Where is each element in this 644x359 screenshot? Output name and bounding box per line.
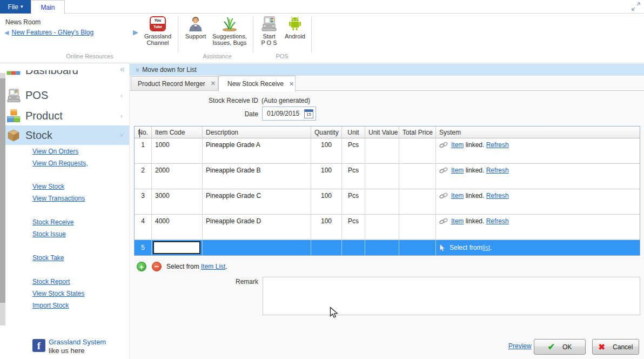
file-menu-button[interactable]: File ▾ [0,0,31,14]
date-input[interactable]: 01/09/2015 15 [262,107,316,121]
sidebar-item-product[interactable]: Product ‹ [6,106,128,126]
support-label: Support [182,33,210,39]
total-price [399,138,436,164]
grass-icon [220,16,239,31]
chevron-left-icon: ‹ [120,91,123,99]
suggestions-label: Suggestions, Issues, Bugs [210,33,250,46]
remove-row-button[interactable]: − [152,262,162,271]
support-button[interactable]: Support [182,16,210,39]
facebook-page-link[interactable]: Grassland System [49,338,106,346]
move-down-for-list-bar[interactable]: « Move down for List [130,64,644,76]
system-text: linked. [464,217,486,225]
news-blog-link[interactable]: New Features - GNey's Blog [11,29,93,36]
facebook-icon[interactable]: f [32,339,45,352]
ok-button[interactable]: ✔ OK [534,339,586,355]
cancel-label: Cancel [613,343,633,351]
resize-window-icon[interactable] [631,2,641,11]
tab-main[interactable]: Main [31,0,65,14]
item-link[interactable]: Item [451,192,464,200]
item-link[interactable]: Item [451,217,464,225]
tab-new-stock-receive[interactable]: New Stock Receive ✕ [218,76,296,91]
new-item-row[interactable]: 5 Select from list. [135,240,640,255]
grassland-channel-button[interactable]: You Tube Grassland Channel [142,16,174,46]
news-next-icon[interactable]: ▶ [133,28,138,36]
stock-receive-id-label: Stock Receive ID [130,97,258,104]
new-item-code-input[interactable] [153,241,200,254]
select-list-link[interactable]: list [482,244,491,251]
sidebar-link-view-transactions[interactable]: View Transactions [32,195,85,202]
text-caret [139,129,140,137]
cancel-button[interactable]: ✖ Cancel [592,339,639,355]
calendar-icon[interactable]: 15 [304,109,313,118]
table-row[interactable]: 22000Pineapple Grade B100PcsItem linked.… [135,164,640,189]
dashboard-icon [6,70,21,78]
group-label-pos: POS [253,53,311,59]
column-header-description: Description [203,127,311,138]
row-no: 3 [135,189,152,215]
system-cell: Select from list. [436,240,640,255]
refresh-link[interactable]: Refresh [486,192,509,200]
item-list-link[interactable]: Item List [201,263,225,270]
cross-icon: ✖ [599,342,606,352]
start-pos-button[interactable]: Start P O S [257,16,281,46]
sidebar-link-view-stock[interactable]: View Stock [32,183,64,190]
unit: Pcs [342,189,365,215]
sidebar-item-label: Dashboard [25,70,78,77]
sidebar-link-stock-take[interactable]: Stock Take [32,254,64,262]
item-link[interactable]: Item [451,167,464,174]
table-row[interactable]: 11000Pineapple Grade A100PcsItem linked.… [135,138,640,164]
refresh-link[interactable]: Refresh [486,141,509,149]
remark-textarea[interactable] [263,277,640,315]
system-text: linked. [464,141,486,149]
add-row-button[interactable]: + [137,262,146,271]
refresh-link[interactable]: Refresh [486,217,509,225]
sidebar-scrollbar-track[interactable] [0,73,5,325]
select-suffix: . [490,244,492,251]
sidebar-link-view-on-requests[interactable]: View On Requests, [32,159,88,167]
close-icon[interactable]: ✕ [211,80,216,87]
table-row[interactable]: 44000Pineapple Grade D100PcsItem linked.… [135,215,640,240]
sidebar-link-stock-receive[interactable]: Stock Receive [32,218,74,226]
sidebar-scrollbar-thumb[interactable] [0,78,5,303]
tab-product-record-merger[interactable]: Product Record Merger ✕ [131,76,218,91]
close-icon[interactable]: ✕ [289,81,294,88]
tab-main-label: Main [41,4,55,11]
unit: Pcs [342,138,365,164]
sidebar-item-stock[interactable]: Stock ˅ [0,125,129,145]
sidebar-link-view-on-orders[interactable]: View On Orders [32,148,78,155]
total-price [399,164,436,189]
suggestions-button[interactable]: Suggestions, Issues, Bugs [210,16,250,46]
preview-link[interactable]: Preview [508,342,532,350]
link-icon [439,167,448,174]
row-no: 2 [135,164,152,189]
sidebar-link-stock-issue[interactable]: Stock Issue [32,230,66,238]
cash-register-icon [261,16,277,31]
dropdown-icon: ▾ [21,4,23,9]
unit-value [365,164,399,189]
news-prev-icon[interactable]: ◀ [4,29,9,36]
ribbon-body: News Room ◀ New Features - GNey's Blog O… [0,14,644,63]
tab-label: New Stock Receive [227,80,284,88]
column-header-unit-value: Unit Value [365,127,399,138]
table-body: 11000Pineapple Grade A100PcsItem linked.… [135,138,640,240]
sidebar-link-view-stock-states[interactable]: View Stock States [32,290,85,297]
sidebar-item-pos[interactable]: POS ‹ [6,85,128,105]
sidebar-link-stock-report[interactable]: Stock Report [32,278,70,285]
table-row[interactable]: 33000Pineapple Grade C100PcsItem linked.… [135,189,640,215]
item-link[interactable]: Item [451,141,464,149]
android-label: Android [282,33,308,39]
quantity: 100 [311,164,342,189]
move-down-label: Move down for List [142,66,197,74]
column-header-item-code: Item Code [152,127,203,138]
column-header-total-price: Total Price [399,127,436,138]
remark-label: Remark [130,278,258,285]
group-label-online-resources: Online Resources [32,53,147,59]
system-cell: Item linked. Refresh [436,164,640,189]
sidebar-link-import-stock[interactable]: Import Stock [32,302,69,309]
stock-receive-table: No.Item CodeDescriptionQuantityUnitUnit … [134,126,640,256]
system-text: linked. [464,192,486,200]
sidebar-item-dashboard[interactable]: Dashboard [6,70,128,82]
android-button[interactable]: Android [282,16,308,39]
refresh-link[interactable]: Refresh [486,167,509,174]
row-no: 1 [135,138,152,164]
